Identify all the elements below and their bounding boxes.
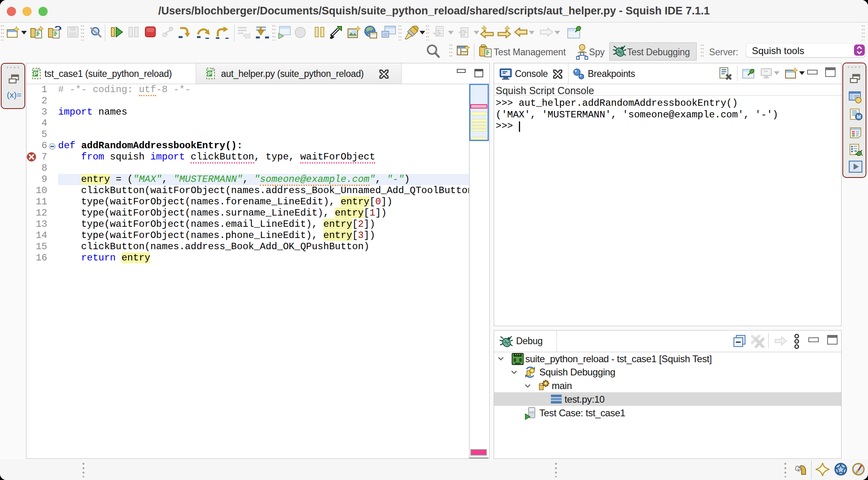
svg-text:P: P <box>34 70 38 77</box>
svg-text:P: P <box>208 70 212 77</box>
svg-text:M: M <box>857 114 861 120</box>
